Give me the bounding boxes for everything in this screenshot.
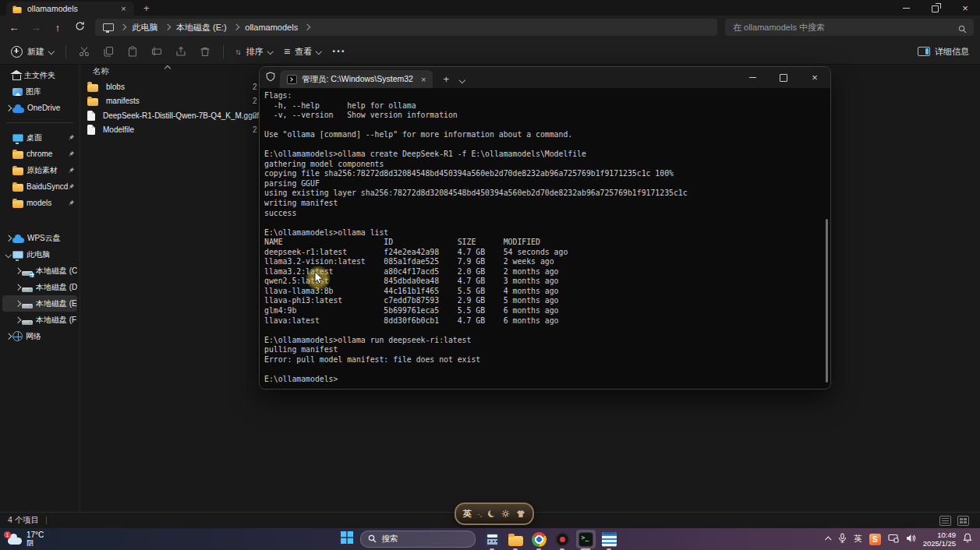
sidebar-item[interactable]: 主文件夹 — [2, 67, 77, 83]
terminal-line: writing manifest — [264, 199, 821, 209]
expand-chevron-icon[interactable] — [5, 235, 12, 242]
rename-icon[interactable] — [150, 45, 163, 58]
terminal-scrollbar[interactable] — [826, 219, 828, 383]
copy-icon[interactable] — [102, 45, 115, 58]
search-input[interactable] — [725, 23, 974, 32]
sidebar-item-icon — [22, 320, 33, 325]
taskbar-app[interactable] — [483, 530, 502, 548]
taskbar-search[interactable]: 搜索 — [360, 531, 476, 548]
sidebar-item-icon — [22, 287, 33, 292]
sidebar-item[interactable]: 本地磁盘 (C:) — [2, 263, 77, 279]
file-type-icon — [87, 125, 95, 135]
taskbar-app[interactable] — [576, 530, 596, 548]
taskbar-clock[interactable]: 10:49 2025/1/25 — [923, 531, 956, 548]
sidebar-item[interactable]: BaiduSyncdisk — [2, 178, 77, 195]
weather-condition: 阴 — [27, 539, 44, 547]
file-type-icon — [87, 111, 95, 121]
cut-icon[interactable] — [78, 45, 90, 58]
new-tab-button[interactable] — [443, 73, 449, 85]
new-button[interactable]: 新建 — [11, 46, 54, 58]
details-view-icon[interactable] — [939, 516, 951, 526]
view-button[interactable]: 查看 — [284, 45, 321, 58]
terminal-line: llava:latest 8dd30f6b0cb1 4.7 GB 6 month… — [264, 316, 821, 326]
large-icons-view-icon[interactable] — [957, 516, 969, 526]
breadcrumb-drive-e[interactable]: 本地磁盘 (E:) — [176, 22, 227, 33]
sidebar-item[interactable]: 本地磁盘 (D:) — [2, 279, 77, 295]
share-icon[interactable] — [175, 45, 187, 58]
new-tab-button[interactable] — [143, 2, 150, 14]
sidebar-item[interactable]: 原始素材 — [2, 162, 77, 178]
cast-screen-icon[interactable] — [888, 532, 899, 546]
status-divider — [46, 517, 47, 524]
ime-punctuation-button[interactable]: ·, — [478, 510, 483, 518]
notification-bell-icon[interactable] — [963, 532, 972, 546]
taskbar-app[interactable] — [600, 530, 619, 548]
minimize-button[interactable] — [891, 0, 921, 16]
breadcrumb-ollamamodels[interactable]: ollamamodels — [245, 23, 298, 32]
details-pane-button[interactable]: 详细信息 — [918, 46, 969, 58]
weather-widget[interactable]: 1 17°C 阴 — [8, 531, 133, 547]
column-header-name[interactable]: 名称 — [93, 66, 109, 77]
terminal-title-bar[interactable]: 管理员: C:\Windows\System32 — [260, 67, 830, 88]
microphone-icon[interactable] — [838, 532, 847, 546]
back-button[interactable] — [3, 22, 25, 33]
forward-button[interactable] — [25, 22, 47, 33]
expand-chevron-icon[interactable] — [15, 317, 21, 323]
file-row[interactable]: DeepSeek-R1-Distill-Qwen-7B-Q4_K_M.gguf … — [80, 108, 268, 123]
close-button[interactable] — [950, 0, 980, 16]
explorer-tab[interactable]: ollamamodels — [6, 2, 134, 16]
ime-indicator[interactable]: 英 — [854, 534, 862, 545]
sort-ascending-icon[interactable] — [165, 65, 171, 72]
moon-icon[interactable] — [488, 510, 495, 517]
terminal-tab[interactable]: 管理员: C:\Windows\System32 — [280, 70, 433, 88]
sidebar-item-icon — [12, 151, 23, 159]
expand-chevron-icon[interactable] — [5, 105, 12, 111]
file-row[interactable]: blobs 2 — [80, 79, 268, 94]
sidebar-item[interactable]: 此电脑 — [2, 246, 77, 263]
file-row[interactable]: manifests 2 — [80, 94, 268, 109]
up-button[interactable] — [47, 22, 69, 33]
maximize-button[interactable] — [768, 67, 799, 88]
close-button[interactable] — [799, 67, 830, 88]
ime-language-button[interactable]: 英 — [463, 508, 472, 520]
ime-settings-gear-icon[interactable] — [501, 507, 510, 521]
sort-button[interactable]: 排序 — [235, 46, 273, 58]
tab-close-icon[interactable] — [421, 75, 426, 84]
sidebar-item[interactable]: OneDrive — [2, 100, 77, 116]
taskbar-app[interactable] — [506, 530, 525, 548]
delete-icon[interactable] — [199, 45, 211, 58]
terminal-window: 管理员: C:\Windows\System32 Flags: -h, --he… — [259, 66, 831, 390]
expand-chevron-icon[interactable] — [15, 284, 21, 291]
expand-chevron-icon[interactable] — [15, 268, 21, 274]
sidebar-item[interactable]: 本地磁盘 (F:) — [2, 312, 77, 328]
sidebar-item[interactable]: 本地磁盘 (E:) — [2, 295, 77, 312]
volume-icon[interactable] — [906, 532, 916, 546]
paste-icon[interactable] — [126, 45, 139, 58]
start-button[interactable] — [341, 531, 353, 547]
sidebar-item-icon — [12, 238, 24, 243]
hidden-icons-chevron[interactable] — [825, 536, 831, 542]
breadcrumb-this-pc[interactable]: 此电脑 — [133, 22, 158, 33]
restore-button[interactable] — [921, 0, 950, 16]
refresh-button[interactable] — [69, 21, 90, 33]
expand-chevron-icon[interactable] — [5, 333, 12, 340]
sidebar-item[interactable]: 网络 — [2, 328, 77, 344]
sidebar-item[interactable]: 桌面 — [2, 129, 77, 146]
sogou-ime-icon[interactable]: S — [869, 534, 881, 545]
more-options-button[interactable] — [333, 45, 345, 58]
ime-skin-shirt-icon[interactable] — [516, 507, 525, 521]
expand-chevron-icon[interactable] — [15, 301, 21, 307]
tab-dropdown-icon[interactable] — [459, 76, 465, 83]
modified-date-peek: 2 — [253, 97, 259, 105]
taskbar-app[interactable] — [529, 530, 549, 548]
expand-chevron-icon[interactable] — [5, 252, 12, 258]
sidebar-item[interactable]: 图库 — [2, 83, 77, 100]
sidebar-item[interactable]: WPS云盘 — [2, 230, 77, 246]
breadcrumb: 此电脑 本地磁盘 (E:) ollamamodels — [95, 19, 717, 36]
tab-close-icon[interactable] — [119, 4, 129, 13]
file-row[interactable]: Modelfile 2 — [80, 123, 268, 138]
taskbar-app[interactable] — [553, 530, 572, 548]
minimize-button[interactable] — [737, 67, 768, 88]
sidebar-item[interactable]: models — [2, 195, 77, 211]
sidebar-item[interactable]: chrome — [2, 146, 77, 162]
